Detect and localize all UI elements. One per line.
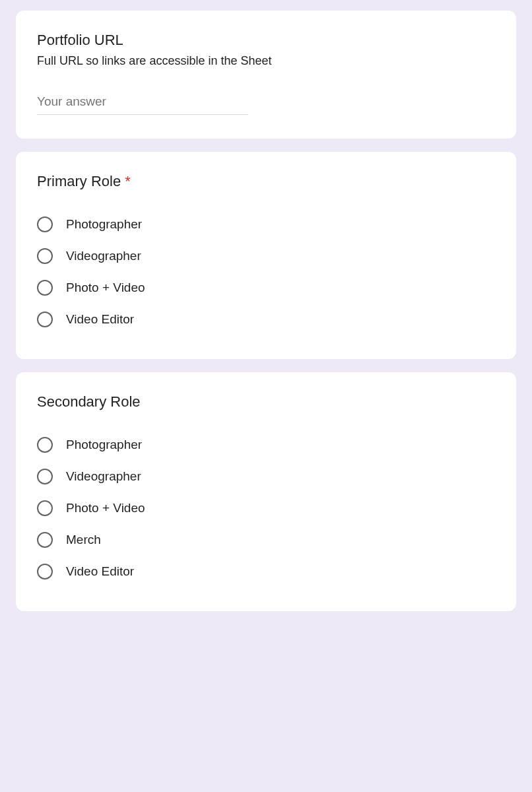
radio-option-photographer[interactable]: Photographer xyxy=(37,429,495,461)
radio-option-photo-video[interactable]: Photo + Video xyxy=(37,272,495,304)
secondary-role-options: Photographer Videographer Photo + Video … xyxy=(37,429,495,587)
radio-icon xyxy=(37,216,53,232)
secondary-role-question: Secondary Role Photographer Videographer… xyxy=(16,372,516,611)
radio-label: Video Editor xyxy=(66,564,134,579)
radio-label: Videographer xyxy=(66,249,141,263)
radio-option-videographer[interactable]: Videographer xyxy=(37,461,495,492)
radio-icon xyxy=(37,469,53,484)
radio-label: Photo + Video xyxy=(66,501,145,515)
primary-role-question: Primary Role * Photographer Videographer… xyxy=(16,152,516,359)
radio-label: Merch xyxy=(66,533,101,547)
question-title: Primary Role * xyxy=(37,173,495,190)
radio-icon xyxy=(37,437,53,453)
radio-option-merch[interactable]: Merch xyxy=(37,524,495,556)
question-title: Secondary Role xyxy=(37,393,495,411)
radio-option-photo-video[interactable]: Photo + Video xyxy=(37,492,495,524)
radio-icon xyxy=(37,312,53,327)
question-description: Full URL so links are accessible in the … xyxy=(37,54,495,68)
radio-icon xyxy=(37,500,53,516)
radio-icon xyxy=(37,564,53,579)
radio-icon xyxy=(37,248,53,264)
portfolio-url-question: Portfolio URL Full URL so links are acce… xyxy=(16,11,516,139)
radio-label: Photo + Video xyxy=(66,280,145,295)
radio-label: Photographer xyxy=(66,438,142,452)
radio-option-photographer[interactable]: Photographer xyxy=(37,209,495,240)
radio-icon xyxy=(37,532,53,548)
radio-label: Photographer xyxy=(66,217,142,232)
portfolio-url-input[interactable] xyxy=(37,92,248,115)
radio-label: Video Editor xyxy=(66,312,134,327)
question-title-text: Primary Role xyxy=(37,173,121,189)
question-title: Portfolio URL xyxy=(37,32,495,49)
radio-option-video-editor[interactable]: Video Editor xyxy=(37,556,495,587)
radio-option-video-editor[interactable]: Video Editor xyxy=(37,304,495,335)
radio-label: Videographer xyxy=(66,469,141,484)
primary-role-options: Photographer Videographer Photo + Video … xyxy=(37,209,495,335)
required-asterisk: * xyxy=(125,173,131,189)
radio-icon xyxy=(37,280,53,296)
radio-option-videographer[interactable]: Videographer xyxy=(37,240,495,272)
